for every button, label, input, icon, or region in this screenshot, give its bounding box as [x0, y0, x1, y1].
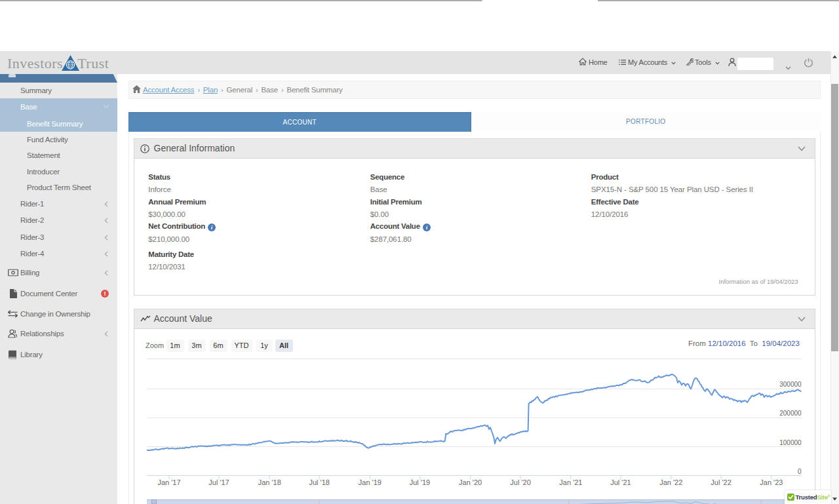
svg-text:Jan '18: Jan '18 — [258, 478, 281, 486]
svg-text:Jul '18: Jul '18 — [309, 478, 329, 486]
svg-text:Jan '21: Jan '21 — [559, 478, 582, 486]
svg-text:Jan '17: Jan '17 — [157, 478, 180, 486]
svg-text:300000: 300000 — [779, 381, 802, 388]
svg-text:Jul '21: Jul '21 — [610, 478, 631, 486]
svg-text:Jul '17: Jul '17 — [208, 478, 229, 486]
svg-text:Jul '20: Jul '20 — [510, 478, 530, 486]
svg-text:100000: 100000 — [779, 439, 802, 446]
svg-text:Jan '22: Jan '22 — [659, 478, 682, 486]
svg-text:Jul '19: Jul '19 — [410, 478, 430, 486]
svg-text:Jan '20: Jan '20 — [459, 478, 482, 486]
svg-text:Jan '19: Jan '19 — [359, 478, 381, 486]
svg-text:Jul '22: Jul '22 — [711, 478, 731, 486]
svg-text:200000: 200000 — [779, 410, 802, 417]
svg-text:Jan '23: Jan '23 — [760, 478, 783, 486]
svg-text:0: 0 — [798, 468, 802, 475]
